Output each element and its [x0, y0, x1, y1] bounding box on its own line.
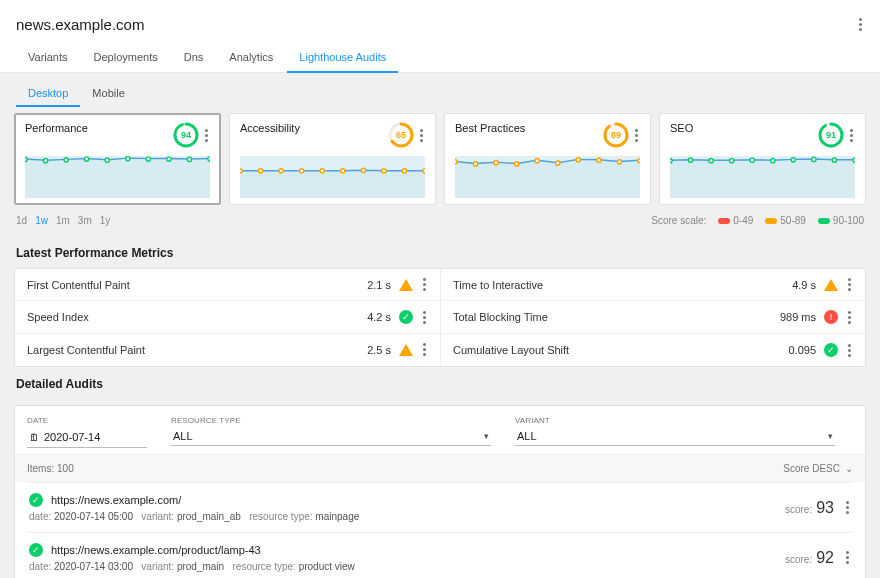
warning-icon — [399, 344, 413, 356]
metric-overflow-icon[interactable] — [421, 343, 428, 356]
svg-point-22 — [402, 169, 406, 173]
metric-overflow-icon[interactable] — [846, 344, 853, 357]
svg-point-43 — [771, 159, 775, 163]
svg-point-44 — [791, 158, 795, 162]
svg-point-21 — [382, 169, 386, 173]
range-3m[interactable]: 3m — [78, 215, 92, 226]
time-range-selector: 1d1w1m3m1y — [16, 215, 110, 226]
svg-point-6 — [105, 158, 109, 162]
score-scale-label: Score scale: — [651, 215, 706, 226]
chevron-down-icon: ▾ — [828, 431, 833, 441]
filter-resourcetype-select[interactable]: ALL ▾ — [171, 427, 491, 446]
audit-score: score:93 — [785, 499, 834, 517]
metric-label: Total Blocking Time — [453, 311, 548, 323]
audit-score: score:92 — [785, 549, 834, 567]
audit-item[interactable]: ✓ https://news.example.com/product/lamp-… — [27, 532, 853, 578]
metric-row: Largest Contentful Paint 2.5 s — [15, 333, 440, 365]
device-tab-mobile[interactable]: Mobile — [80, 81, 136, 107]
tab-variants[interactable]: Variants — [16, 43, 80, 72]
detailed-audits-title: Detailed Audits — [0, 367, 880, 399]
tab-lighthouse-audits[interactable]: Lighthouse Audits — [287, 43, 398, 73]
audits-filters: DATE 2020-07-14 RESOURCE TYPE ALL ▾ VARI… — [27, 414, 853, 454]
metric-value: 989 ms — [780, 311, 816, 323]
svg-point-8 — [146, 157, 150, 161]
metric-overflow-icon[interactable] — [421, 278, 428, 291]
svg-point-35 — [638, 159, 640, 163]
range-1y[interactable]: 1y — [100, 215, 111, 226]
metrics-panel: First Contentful Paint 2.1 s Speed Index… — [14, 268, 866, 367]
filter-date-input[interactable]: 2020-07-14 — [27, 427, 147, 448]
tab-analytics[interactable]: Analytics — [217, 43, 285, 72]
chevron-down-icon: ⌄ — [845, 463, 853, 474]
metric-value: 4.9 s — [792, 279, 816, 291]
svg-point-46 — [832, 158, 836, 162]
svg-point-18 — [320, 169, 324, 173]
svg-point-31 — [556, 161, 560, 165]
score-card-best-practices[interactable]: Best Practices 89 — [444, 113, 651, 205]
tab-dns[interactable]: Dns — [172, 43, 216, 72]
svg-point-38 — [670, 159, 672, 163]
svg-point-11 — [208, 157, 210, 161]
page-header: news.example.com VariantsDeploymentsDnsA… — [0, 0, 880, 73]
svg-point-34 — [617, 160, 621, 164]
warning-icon — [399, 279, 413, 291]
metric-row: Time to Interactive 4.9 s — [441, 269, 865, 300]
svg-point-28 — [494, 161, 498, 165]
svg-point-9 — [167, 157, 171, 161]
score-cards-row: Performance 94 Accessibility 65 Best Pra… — [0, 107, 880, 209]
card-overflow-icon[interactable] — [848, 129, 855, 142]
svg-point-15 — [258, 169, 262, 173]
score-card-performance[interactable]: Performance 94 — [14, 113, 221, 205]
svg-point-39 — [688, 158, 692, 162]
audit-item[interactable]: ✓ https://news.example.com/ date: 2020-0… — [27, 482, 853, 532]
metric-row: Total Blocking Time 989 ms ! — [441, 300, 865, 333]
metric-row: Cumulative Layout Shift 0.095 ✓ — [441, 333, 865, 366]
sparkline-chart — [240, 156, 425, 198]
range-1d[interactable]: 1d — [16, 215, 27, 226]
svg-point-29 — [515, 162, 519, 166]
sparkline-chart — [670, 156, 855, 198]
svg-point-45 — [812, 157, 816, 161]
warning-icon — [824, 279, 838, 291]
check-icon: ✓ — [29, 493, 43, 507]
range-1w[interactable]: 1w — [35, 215, 48, 226]
sort-toggle[interactable]: Score DESC ⌄ — [783, 463, 853, 474]
svg-point-26 — [455, 160, 457, 164]
svg-point-20 — [361, 168, 365, 172]
metric-overflow-icon[interactable] — [846, 278, 853, 291]
metric-label: First Contentful Paint — [27, 279, 130, 291]
audit-meta: date: 2020-07-14 05:00 variant: prod_mai… — [29, 511, 359, 522]
card-overflow-icon[interactable] — [633, 129, 640, 142]
card-overflow-icon[interactable] — [418, 129, 425, 142]
audit-meta: date: 2020-07-14 03:00 variant: prod_mai… — [29, 561, 355, 572]
svg-point-32 — [576, 158, 580, 162]
range-1m[interactable]: 1m — [56, 215, 70, 226]
svg-point-40 — [709, 159, 713, 163]
header-overflow-icon[interactable] — [857, 18, 864, 31]
tab-deployments[interactable]: Deployments — [82, 43, 170, 72]
svg-point-5 — [85, 157, 89, 161]
svg-point-41 — [730, 159, 734, 163]
score-card-accessibility[interactable]: Accessibility 65 — [229, 113, 436, 205]
filter-variant-select[interactable]: ALL ▾ — [515, 427, 835, 446]
sparkline-chart — [455, 156, 640, 198]
metric-overflow-icon[interactable] — [421, 311, 428, 324]
audit-overflow-icon[interactable] — [844, 501, 851, 514]
svg-point-3 — [43, 159, 47, 163]
metric-overflow-icon[interactable] — [846, 311, 853, 324]
svg-point-27 — [473, 162, 477, 166]
chevron-down-icon: ▾ — [484, 431, 489, 441]
svg-point-23 — [423, 169, 425, 173]
metric-label: Speed Index — [27, 311, 89, 323]
metric-value: 4.2 s — [367, 311, 391, 323]
device-tab-desktop[interactable]: Desktop — [16, 81, 80, 107]
card-overflow-icon[interactable] — [203, 129, 210, 142]
svg-point-10 — [187, 157, 191, 161]
audit-overflow-icon[interactable] — [844, 551, 851, 564]
score-card-seo[interactable]: SEO 91 — [659, 113, 866, 205]
card-title: Accessibility — [240, 122, 300, 134]
error-icon: ! — [824, 310, 838, 324]
main-tabs: VariantsDeploymentsDnsAnalyticsLighthous… — [0, 43, 880, 73]
site-title: news.example.com — [16, 16, 144, 33]
svg-point-42 — [750, 158, 754, 162]
